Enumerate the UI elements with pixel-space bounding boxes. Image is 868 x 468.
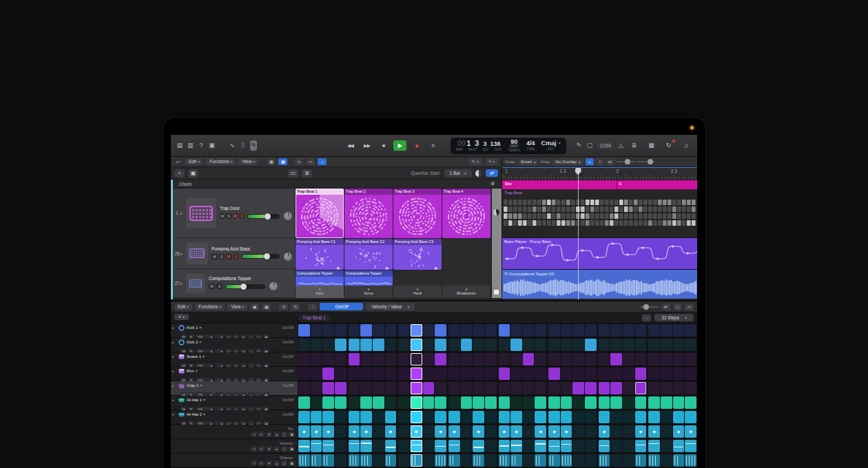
drag-select[interactable]: No Overlap▾ [552,159,583,165]
step-cell[interactable] [473,454,484,467]
step-cell[interactable] [411,353,422,365]
menu-view[interactable]: View▾ [238,158,258,165]
increment-button[interactable]: ▴ [273,432,280,437]
window-icon[interactable]: ▢ [673,304,682,310]
step-cell[interactable]: ◆ [360,425,372,438]
step-cell[interactable] [398,339,410,351]
step-cell[interactable]: ▸ [661,425,672,438]
stop-all-cells-button[interactable] [494,290,499,295]
step-cell[interactable] [473,411,484,423]
step-cell[interactable] [661,339,672,351]
track-i-button[interactable]: I [239,213,244,219]
row-option-button[interactable]: ▢ [281,460,287,466]
step-cell[interactable] [349,353,360,365]
step-cell[interactable] [523,368,535,380]
empty-cell[interactable] [442,239,490,270]
chord-track-strip[interactable]: DmC [502,180,697,189]
loop-cell[interactable]: Trap Beat 4 [442,189,490,238]
volume-slider[interactable] [225,284,265,289]
loop-cell[interactable]: Trap Beat 2 [344,189,393,238]
track-s-button[interactable]: S [219,254,225,259]
onoff-mode-button[interactable]: On/Off [320,303,363,310]
step-cell[interactable]: ◆ [499,425,510,438]
track-s-button[interactable]: S [226,213,231,219]
pattern-grid-icon[interactable]: ▦ [262,304,271,310]
step-cell[interactable] [461,411,473,423]
step-cell[interactable] [548,353,560,365]
step-cell[interactable]: ◆ [635,425,647,438]
step-cell[interactable] [298,368,310,380]
step-cell[interactable] [610,396,622,409]
step-cell[interactable] [623,411,634,423]
track-r-button[interactable]: R [233,213,238,219]
step-cell[interactable] [385,454,397,467]
step-cell[interactable] [322,396,334,409]
chevron-icon[interactable]: ▾ [203,397,205,402]
step-cell[interactable]: ▸ [485,425,497,438]
step-cell[interactable]: ◆ [548,425,560,438]
step-cell[interactable] [411,440,422,452]
step-cell[interactable] [685,324,696,337]
step-cell[interactable] [473,339,484,351]
snap-select[interactable]: Smart▾ [518,159,539,165]
gear-icon[interactable]: ⚙ [490,181,495,187]
cell-audition-button[interactable]: ⇄ [486,169,498,177]
step-cell[interactable] [648,353,660,365]
step-cell[interactable] [373,324,384,337]
decrement-button[interactable]: ▾ [266,432,272,437]
step-cell[interactable] [335,382,347,394]
region-computations-topper[interactable]: ↻ Computations Topper 03 [502,270,697,299]
step-cell[interactable] [572,368,584,380]
step-cell[interactable] [673,411,685,423]
rewind-button[interactable]: ◀◀ [344,140,357,151]
step-cell[interactable] [561,411,572,423]
step-cell[interactable] [435,368,446,380]
step-cell[interactable] [635,396,647,409]
step-cell[interactable] [561,368,572,380]
step-cell[interactable]: ▸ [398,425,410,438]
media-browser-icon[interactable]: ♫ [680,140,692,151]
step-cell[interactable]: ▸ [610,425,622,438]
step-cell[interactable] [335,324,347,337]
increment-button[interactable]: ▴ [273,446,280,451]
link-icon[interactable]: ⇄ [661,304,670,310]
step-cell[interactable] [610,440,622,452]
step-cell[interactable] [385,440,397,452]
step-cell[interactable] [561,440,572,452]
step-cell[interactable] [523,339,535,351]
step-cell[interactable] [523,353,535,365]
pointer-tool-menu[interactable]: ↖▾ [468,158,482,165]
bar-ruler[interactable]: 11.322.3 [502,167,697,180]
step-cell[interactable] [635,411,647,423]
step-cell[interactable] [548,454,560,467]
play-button[interactable]: ▶ [393,140,406,151]
step-cell[interactable] [461,396,473,409]
track-m-button[interactable]: M [220,213,225,219]
step-cell[interactable] [599,339,610,351]
pan-knob[interactable] [284,212,292,220]
step-cell[interactable] [585,353,597,365]
step-cell[interactable] [585,339,597,351]
step-cell[interactable] [510,454,522,467]
step-cell[interactable] [572,339,584,351]
record-button[interactable]: ● [410,140,423,151]
step-cell[interactable] [423,396,435,409]
step-cell[interactable] [548,440,560,452]
step-cell[interactable] [448,382,460,394]
step-cell[interactable] [461,440,473,452]
step-cell[interactable] [398,396,410,409]
step-cell[interactable] [523,382,535,394]
step-cell[interactable] [461,368,473,380]
step-cell[interactable] [535,353,546,365]
step-cell[interactable] [385,382,397,394]
step-cell[interactable] [373,382,384,394]
step-cell[interactable] [335,339,347,351]
step-cell[interactable] [360,324,372,337]
step-cell[interactable] [360,368,372,380]
scene-trigger[interactable]: ∧Hook [393,286,442,298]
loop-cell[interactable]: Trap Beat 3 [393,189,442,238]
step-cell[interactable] [311,411,322,423]
step-cell[interactable] [298,382,310,394]
step-cell[interactable] [349,339,360,351]
track-s-button[interactable]: S [216,284,223,289]
